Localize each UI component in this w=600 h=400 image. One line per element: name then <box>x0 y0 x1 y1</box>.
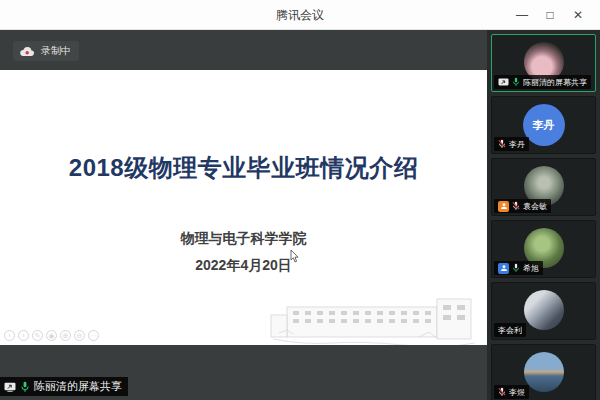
maximize-button[interactable]: □ <box>536 0 564 30</box>
zoom-in-icon[interactable]: ⊕ <box>60 330 71 341</box>
participant-tile-lihuili[interactable]: 李会利 <box>491 282 596 340</box>
participant-namebar: 陈丽清的屏幕共享 <box>494 75 591 89</box>
screen-share-icon <box>4 382 16 392</box>
participant-name: 陈丽清的屏幕共享 <box>523 77 587 88</box>
mic-muted-icon <box>498 139 506 149</box>
participants-sidebar: 陈丽清的屏幕共享 李丹 李丹 <box>487 30 600 400</box>
slide-title: 2018级物理专业毕业班情况介绍 <box>0 152 487 184</box>
participant-tile-chenliqing[interactable]: 陈丽清的屏幕共享 <box>491 34 596 92</box>
participant-namebar: 李丹 <box>494 137 529 151</box>
prev-slide-icon[interactable]: ‹ <box>4 330 15 341</box>
mic-on-icon <box>512 77 520 87</box>
recording-label: 录制中 <box>41 44 71 58</box>
participant-namebar: 李煜 <box>494 385 529 399</box>
meeting-window: 腾讯会议 — □ ✕ 录制中 2018级物理专业毕业班情况介绍 物理与电子科学学… <box>0 0 600 400</box>
participant-name: 希旭 <box>523 263 539 274</box>
building-watermark-image <box>269 289 479 345</box>
co-host-badge-icon <box>498 263 509 274</box>
participant-tile-liyu[interactable]: 李煜 <box>491 344 596 400</box>
participant-tile-xixu[interactable]: 希旭 <box>491 220 596 278</box>
participant-namebar: 袁会敏 <box>494 199 551 213</box>
presentation-slide: 2018级物理专业毕业班情况介绍 物理与电子科学学院 2022年4月20日 <box>0 70 487 345</box>
zoom-out-icon[interactable]: ⊖ <box>74 330 85 341</box>
mic-on-icon <box>512 263 520 273</box>
participant-name: 李会利 <box>498 325 522 336</box>
mic-muted-icon <box>512 201 520 211</box>
participant-tile-lidan[interactable]: 李丹 李丹 <box>491 96 596 154</box>
screen-share-icon <box>498 78 509 87</box>
avatar <box>524 352 564 392</box>
cloud-record-icon <box>19 46 35 57</box>
pen-icon[interactable]: ✎ <box>32 330 43 341</box>
share-banner-label: 陈丽清的屏幕共享 <box>34 379 122 394</box>
mic-muted-icon <box>498 387 506 397</box>
next-slide-icon[interactable]: › <box>18 330 29 341</box>
mouse-cursor <box>290 250 299 263</box>
screen-share-banner: 陈丽清的屏幕共享 <box>0 377 128 396</box>
host-badge-icon <box>498 201 509 212</box>
participant-namebar: 希旭 <box>494 261 543 275</box>
minimize-button[interactable]: — <box>508 0 536 30</box>
mic-on-icon <box>20 381 30 393</box>
participant-name: 袁会敏 <box>523 201 547 212</box>
participant-tile-yuanhuimin[interactable]: 袁会敏 <box>491 158 596 216</box>
slide-subtitle: 物理与电子科学学院 <box>0 230 487 248</box>
avatar <box>524 290 564 330</box>
slide-date: 2022年4月20日 <box>0 257 487 275</box>
participant-name: 李煜 <box>509 387 525 398</box>
shared-screen-area: 录制中 2018级物理专业毕业班情况介绍 物理与电子科学学院 2022年4月20… <box>0 30 487 400</box>
laser-icon[interactable]: ◉ <box>46 330 57 341</box>
participant-namebar: 李会利 <box>494 323 526 337</box>
presenter-controls: ‹ › ✎ ◉ ⊕ ⊖ ⋯ <box>4 330 99 341</box>
participant-name: 李丹 <box>509 139 525 150</box>
close-button[interactable]: ✕ <box>564 0 592 30</box>
titlebar: 腾讯会议 — □ ✕ <box>0 0 600 30</box>
recording-indicator[interactable]: 录制中 <box>13 41 79 61</box>
more-options-icon[interactable]: ⋯ <box>88 330 99 341</box>
window-controls: — □ ✕ <box>508 0 592 30</box>
